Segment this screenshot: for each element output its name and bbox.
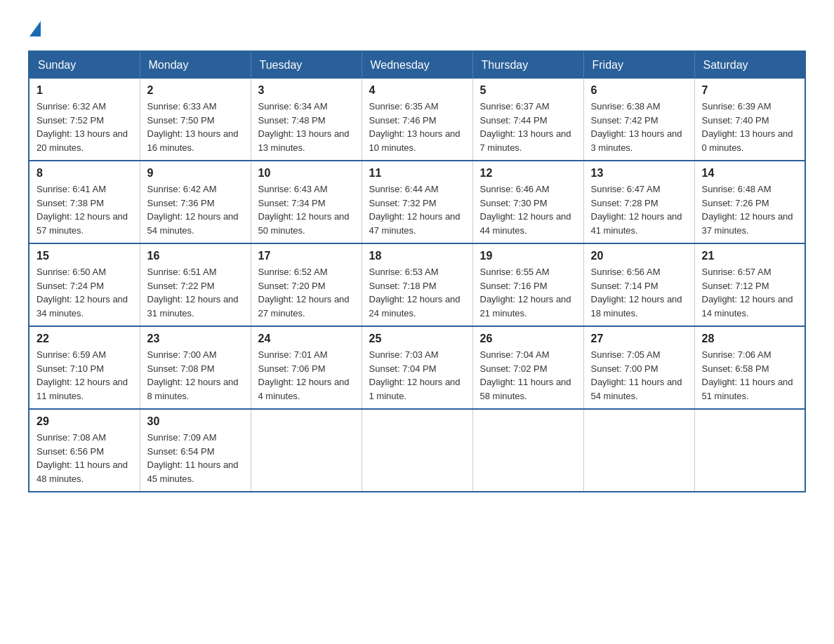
calendar-day-cell: 23 Sunrise: 7:00 AMSunset: 7:08 PMDaylig…: [140, 326, 251, 409]
day-number: 16: [147, 250, 244, 262]
day-info: Sunrise: 6:42 AMSunset: 7:36 PMDaylight:…: [147, 182, 244, 237]
calendar-day-cell: 25 Sunrise: 7:03 AMSunset: 7:04 PMDaylig…: [362, 326, 472, 409]
calendar-day-cell: 13 Sunrise: 6:47 AMSunset: 7:28 PMDaylig…: [583, 161, 694, 243]
day-number: 14: [702, 167, 798, 180]
day-info: Sunrise: 6:35 AMSunset: 7:46 PMDaylight:…: [369, 100, 465, 154]
day-number: 27: [591, 333, 687, 345]
day-number: 11: [369, 167, 465, 180]
calendar-day-cell: 29 Sunrise: 7:08 AMSunset: 6:56 PMDaylig…: [29, 409, 140, 492]
day-number: 12: [480, 167, 576, 180]
day-info: Sunrise: 6:32 AMSunset: 7:52 PMDaylight:…: [37, 100, 133, 154]
calendar-day-cell: 12 Sunrise: 6:46 AMSunset: 7:30 PMDaylig…: [472, 161, 583, 243]
day-info: Sunrise: 6:43 AMSunset: 7:34 PMDaylight:…: [258, 182, 355, 237]
day-info: Sunrise: 7:03 AMSunset: 7:04 PMDaylight:…: [369, 348, 465, 403]
calendar-day-cell: 3 Sunrise: 6:34 AMSunset: 7:48 PMDayligh…: [251, 79, 362, 161]
day-number: 10: [258, 167, 355, 180]
day-number: 25: [369, 333, 465, 345]
day-number: 26: [480, 333, 576, 345]
day-info: Sunrise: 7:06 AMSunset: 6:58 PMDaylight:…: [702, 348, 798, 403]
logo-triangle-icon: [29, 21, 41, 36]
day-number: 20: [591, 250, 687, 262]
day-info: Sunrise: 6:55 AMSunset: 7:16 PMDaylight:…: [480, 265, 576, 320]
calendar-day-cell: 6 Sunrise: 6:38 AMSunset: 7:42 PMDayligh…: [583, 79, 694, 161]
calendar-week-row: 22 Sunrise: 6:59 AMSunset: 7:10 PMDaylig…: [29, 326, 805, 409]
day-number: 22: [37, 333, 133, 345]
day-number: 3: [258, 84, 355, 97]
calendar-day-cell: [694, 409, 805, 492]
day-number: 1: [37, 84, 133, 97]
day-number: 6: [591, 84, 687, 97]
day-number: 29: [37, 415, 133, 428]
day-of-week-header: Tuesday: [251, 51, 362, 79]
day-info: Sunrise: 6:41 AMSunset: 7:38 PMDaylight:…: [37, 182, 133, 237]
calendar-day-cell: 17 Sunrise: 6:52 AMSunset: 7:20 PMDaylig…: [251, 243, 362, 326]
day-number: 7: [702, 84, 798, 97]
day-info: Sunrise: 6:47 AMSunset: 7:28 PMDaylight:…: [591, 182, 687, 237]
day-number: 2: [147, 84, 244, 97]
day-info: Sunrise: 6:56 AMSunset: 7:14 PMDaylight:…: [591, 265, 687, 320]
calendar-day-cell: [472, 409, 583, 492]
day-info: Sunrise: 7:05 AMSunset: 7:00 PMDaylight:…: [591, 348, 687, 403]
day-number: 18: [369, 250, 465, 262]
day-number: 4: [369, 84, 465, 97]
day-info: Sunrise: 6:34 AMSunset: 7:48 PMDaylight:…: [258, 100, 355, 154]
day-number: 9: [147, 167, 244, 180]
calendar-day-cell: 9 Sunrise: 6:42 AMSunset: 7:36 PMDayligh…: [140, 161, 251, 243]
calendar-day-cell: 11 Sunrise: 6:44 AMSunset: 7:32 PMDaylig…: [362, 161, 472, 243]
calendar-day-cell: 18 Sunrise: 6:53 AMSunset: 7:18 PMDaylig…: [362, 243, 472, 326]
calendar-day-cell: 10 Sunrise: 6:43 AMSunset: 7:34 PMDaylig…: [251, 161, 362, 243]
calendar-week-row: 15 Sunrise: 6:50 AMSunset: 7:24 PMDaylig…: [29, 243, 805, 326]
day-of-week-header: Friday: [583, 51, 694, 79]
calendar-day-cell: 26 Sunrise: 7:04 AMSunset: 7:02 PMDaylig…: [472, 326, 583, 409]
calendar-week-row: 8 Sunrise: 6:41 AMSunset: 7:38 PMDayligh…: [29, 161, 805, 243]
day-info: Sunrise: 6:59 AMSunset: 7:10 PMDaylight:…: [37, 348, 133, 403]
day-number: 13: [591, 167, 687, 180]
day-number: 15: [37, 250, 133, 262]
day-info: Sunrise: 6:57 AMSunset: 7:12 PMDaylight:…: [702, 265, 798, 320]
day-info: Sunrise: 6:48 AMSunset: 7:26 PMDaylight:…: [702, 182, 798, 237]
day-number: 30: [147, 415, 244, 428]
day-info: Sunrise: 7:08 AMSunset: 6:56 PMDaylight:…: [37, 431, 133, 485]
day-of-week-header: Thursday: [472, 51, 583, 79]
calendar-header-row: SundayMondayTuesdayWednesdayThursdayFrid…: [29, 51, 805, 79]
calendar-week-row: 29 Sunrise: 7:08 AMSunset: 6:56 PMDaylig…: [29, 409, 805, 492]
day-number: 8: [37, 167, 133, 180]
day-of-week-header: Wednesday: [362, 51, 472, 79]
day-number: 21: [702, 250, 798, 262]
day-number: 5: [480, 84, 576, 97]
day-info: Sunrise: 7:09 AMSunset: 6:54 PMDaylight:…: [147, 431, 244, 485]
calendar-day-cell: 19 Sunrise: 6:55 AMSunset: 7:16 PMDaylig…: [472, 243, 583, 326]
day-info: Sunrise: 6:53 AMSunset: 7:18 PMDaylight:…: [369, 265, 465, 320]
day-info: Sunrise: 7:04 AMSunset: 7:02 PMDaylight:…: [480, 348, 576, 403]
day-info: Sunrise: 6:44 AMSunset: 7:32 PMDaylight:…: [369, 182, 465, 237]
calendar-day-cell: 16 Sunrise: 6:51 AMSunset: 7:22 PMDaylig…: [140, 243, 251, 326]
day-number: 17: [258, 250, 355, 262]
calendar-day-cell: 8 Sunrise: 6:41 AMSunset: 7:38 PMDayligh…: [29, 161, 140, 243]
calendar-day-cell: 21 Sunrise: 6:57 AMSunset: 7:12 PMDaylig…: [694, 243, 805, 326]
day-info: Sunrise: 7:00 AMSunset: 7:08 PMDaylight:…: [147, 348, 244, 403]
calendar-day-cell: 27 Sunrise: 7:05 AMSunset: 7:00 PMDaylig…: [583, 326, 694, 409]
calendar-day-cell: 5 Sunrise: 6:37 AMSunset: 7:44 PMDayligh…: [472, 79, 583, 161]
day-number: 19: [480, 250, 576, 262]
day-info: Sunrise: 6:38 AMSunset: 7:42 PMDaylight:…: [591, 100, 687, 154]
calendar-day-cell: 20 Sunrise: 6:56 AMSunset: 7:14 PMDaylig…: [583, 243, 694, 326]
calendar-table: SundayMondayTuesdayWednesdayThursdayFrid…: [28, 51, 806, 492]
calendar-week-row: 1 Sunrise: 6:32 AMSunset: 7:52 PMDayligh…: [29, 79, 805, 161]
day-number: 23: [147, 333, 244, 345]
calendar-day-cell: [583, 409, 694, 492]
day-of-week-header: Sunday: [29, 51, 140, 79]
calendar-day-cell: 15 Sunrise: 6:50 AMSunset: 7:24 PMDaylig…: [29, 243, 140, 326]
day-info: Sunrise: 6:51 AMSunset: 7:22 PMDaylight:…: [147, 265, 244, 320]
day-info: Sunrise: 6:39 AMSunset: 7:40 PMDaylight:…: [702, 100, 798, 154]
calendar-day-cell: [362, 409, 472, 492]
day-info: Sunrise: 6:37 AMSunset: 7:44 PMDaylight:…: [480, 100, 576, 154]
day-info: Sunrise: 6:46 AMSunset: 7:30 PMDaylight:…: [480, 182, 576, 237]
calendar-day-cell: 28 Sunrise: 7:06 AMSunset: 6:58 PMDaylig…: [694, 326, 805, 409]
calendar-day-cell: 30 Sunrise: 7:09 AMSunset: 6:54 PMDaylig…: [140, 409, 251, 492]
calendar-day-cell: 2 Sunrise: 6:33 AMSunset: 7:50 PMDayligh…: [140, 79, 251, 161]
day-info: Sunrise: 6:50 AMSunset: 7:24 PMDaylight:…: [37, 265, 133, 320]
calendar-day-cell: 14 Sunrise: 6:48 AMSunset: 7:26 PMDaylig…: [694, 161, 805, 243]
calendar-day-cell: 1 Sunrise: 6:32 AMSunset: 7:52 PMDayligh…: [29, 79, 140, 161]
calendar-day-cell: 22 Sunrise: 6:59 AMSunset: 7:10 PMDaylig…: [29, 326, 140, 409]
calendar-day-cell: 24 Sunrise: 7:01 AMSunset: 7:06 PMDaylig…: [251, 326, 362, 409]
